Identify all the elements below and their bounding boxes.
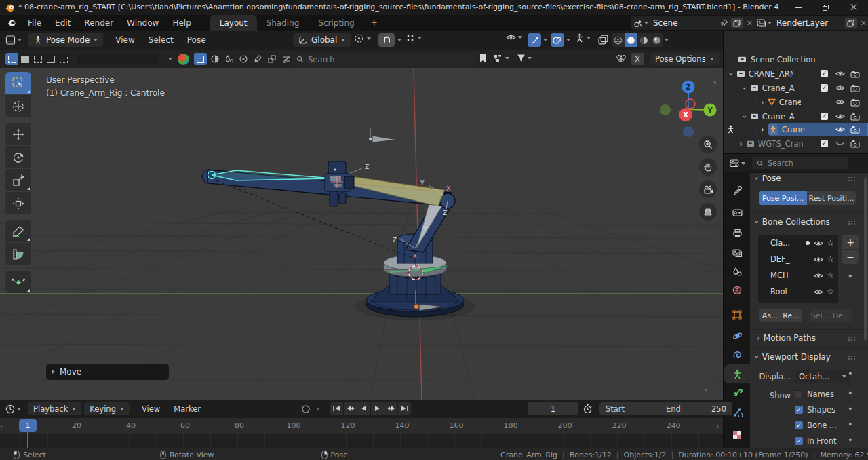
use-preview-range-button[interactable] — [583, 404, 593, 414]
jump-to-end-button[interactable] — [398, 402, 411, 415]
next-keyframe-button[interactable] — [384, 402, 397, 415]
panel-grip-icon[interactable] — [848, 336, 856, 341]
camera-visibility-icon[interactable] — [850, 110, 860, 123]
hide-eye-icon[interactable] — [835, 81, 845, 94]
collection-checkbox[interactable] — [821, 81, 828, 94]
outliner-row-scene-collection[interactable]: Scene Collection — [738, 53, 816, 66]
shading-rendered-button[interactable] — [650, 33, 663, 47]
animate-dot-icon[interactable] — [848, 388, 853, 398]
proportional-editing-dropdown[interactable] — [406, 33, 422, 43]
solo-star-icon[interactable] — [827, 287, 834, 296]
auto-key-chevron-icon[interactable] — [316, 408, 320, 410]
hide-eye-icon[interactable] — [835, 96, 845, 109]
operator-panel-move[interactable]: Move — [46, 364, 169, 380]
select-invert-button[interactable] — [44, 53, 57, 65]
remove-collection-button[interactable]: − — [842, 250, 859, 264]
tab-view-layer-icon[interactable] — [724, 244, 750, 263]
menu-edit[interactable]: Edit — [48, 18, 77, 28]
render-layer-name[interactable]: RenderLayer — [776, 18, 845, 28]
bone-collection-row[interactable]: DEF_ — [758, 251, 838, 267]
pose-options-dropdown[interactable]: Pose Options — [650, 53, 719, 65]
panel-grip-icon[interactable] — [848, 355, 856, 360]
mode-dropdown[interactable]: Pose Mode — [28, 33, 103, 47]
camera-visibility-icon[interactable] — [850, 67, 860, 80]
select-extend-button[interactable] — [18, 53, 31, 65]
timeline-editor-type-button[interactable] — [5, 404, 21, 414]
pivot-point-dropdown[interactable] — [354, 33, 371, 43]
pose-panel-header[interactable]: › Pose — [755, 174, 781, 183]
tab-object-icon[interactable] — [724, 305, 750, 324]
menu-view[interactable]: View — [108, 35, 141, 45]
outliner-row-crane-mesh[interactable]: │ › Crane — [753, 96, 801, 109]
tab-bone-icon[interactable] — [724, 383, 750, 402]
collection-checkbox[interactable] — [821, 110, 828, 123]
display-as-dropdown[interactable]: Octah... — [795, 370, 850, 383]
globe-icon[interactable] — [237, 53, 250, 65]
snap-toggle[interactable] — [378, 33, 395, 47]
droplet-figure-icon[interactable] — [222, 53, 235, 65]
show-in-front-option[interactable]: In Front — [795, 436, 836, 446]
shapes-checkbox[interactable] — [795, 406, 803, 414]
zigzag-icon[interactable] — [279, 53, 292, 65]
tool-move[interactable] — [5, 123, 31, 145]
camera-visibility-icon[interactable] — [850, 123, 860, 136]
play-reverse-button[interactable] — [357, 402, 370, 415]
animate-dot-icon[interactable] — [848, 419, 853, 429]
menu-pose[interactable]: Pose — [180, 35, 213, 45]
select-button[interactable]: Sel... — [810, 309, 831, 322]
outliner-row-crane-armature[interactable]: │ › Crane — [753, 123, 805, 136]
collapse-chevron-icon[interactable] — [168, 58, 172, 60]
shading-settings-chevron-icon[interactable] — [665, 39, 669, 41]
assign-button[interactable]: As... — [760, 309, 781, 322]
names-checkbox[interactable] — [795, 390, 803, 398]
blender-menu-icon[interactable] — [6, 18, 17, 28]
collection-checkbox[interactable] — [821, 67, 828, 80]
timeline-ruler[interactable]: 20 40 60 80 100 120 140 160 180 200 220 … — [0, 418, 723, 434]
marker-menu[interactable]: Marker — [167, 404, 208, 414]
snap-settings-chevron-icon[interactable] — [397, 39, 401, 41]
tab-texture-icon[interactable] — [724, 425, 750, 444]
motion-paths-panel-header[interactable]: › Motion Paths — [757, 333, 816, 343]
mirror-x-toggle[interactable]: X — [631, 53, 644, 65]
tab-physics-icon[interactable] — [724, 326, 750, 345]
visibility-eye-icon[interactable] — [814, 256, 823, 263]
remove-button[interactable]: Re... — [781, 309, 802, 322]
select-subtract-button[interactable] — [31, 53, 44, 65]
editor-type-button[interactable] — [5, 35, 22, 45]
bone-collection-row[interactable]: Root — [758, 284, 838, 300]
scrollbar[interactable] — [864, 178, 867, 341]
tab-shading[interactable]: Shading — [257, 15, 309, 31]
tab-tool-icon[interactable] — [724, 180, 750, 199]
tool-search-field[interactable]: Search — [292, 53, 476, 66]
camera-view-button[interactable] — [699, 180, 717, 198]
collection-specials-button[interactable] — [842, 269, 859, 284]
add-collection-button[interactable]: + — [842, 235, 859, 249]
tool-annotate[interactable] — [5, 220, 31, 242]
solo-star-icon[interactable] — [827, 254, 834, 264]
shading-solid-button[interactable] — [625, 33, 637, 47]
shading-wireframe-button[interactable] — [612, 33, 625, 47]
tool-select-box[interactable] — [5, 72, 31, 94]
panel-grip-icon[interactable] — [848, 220, 856, 225]
display-mode-dropdown[interactable] — [494, 54, 509, 63]
pose-position-button[interactable]: Pose Posi... — [759, 191, 807, 205]
in-front-checkbox[interactable] — [795, 437, 803, 445]
material-sphere-icon[interactable] — [178, 54, 189, 65]
deselect-button[interactable]: De... — [831, 309, 852, 322]
outliner-row-crane-sub-collection[interactable]: › Crane_Ar — [743, 81, 795, 94]
timeline-track-area[interactable] — [0, 434, 723, 448]
brush-icon[interactable] — [251, 53, 264, 65]
viewport-3d[interactable]: Z Y X Z Y Z X — [0, 68, 723, 400]
rest-position-button[interactable]: Rest Positi... — [807, 191, 856, 205]
show-shapes-option[interactable]: Shapes — [795, 405, 835, 415]
tab-world-icon[interactable] — [724, 281, 750, 300]
tab-object-data-icon[interactable] — [724, 364, 750, 383]
disclosure-icon[interactable]: › — [741, 86, 749, 90]
bone-colors-checkbox[interactable] — [795, 421, 803, 429]
hide-eye-icon[interactable] — [835, 110, 845, 123]
menu-select[interactable]: Select — [142, 35, 180, 45]
playhead-line[interactable] — [27, 432, 28, 448]
outliner-row-crane-arm-collection[interactable]: › CRANE_ARM — [730, 67, 793, 80]
tool-transform[interactable] — [5, 192, 31, 214]
viewport-display-panel-header[interactable]: › Viewport Display — [755, 352, 831, 362]
